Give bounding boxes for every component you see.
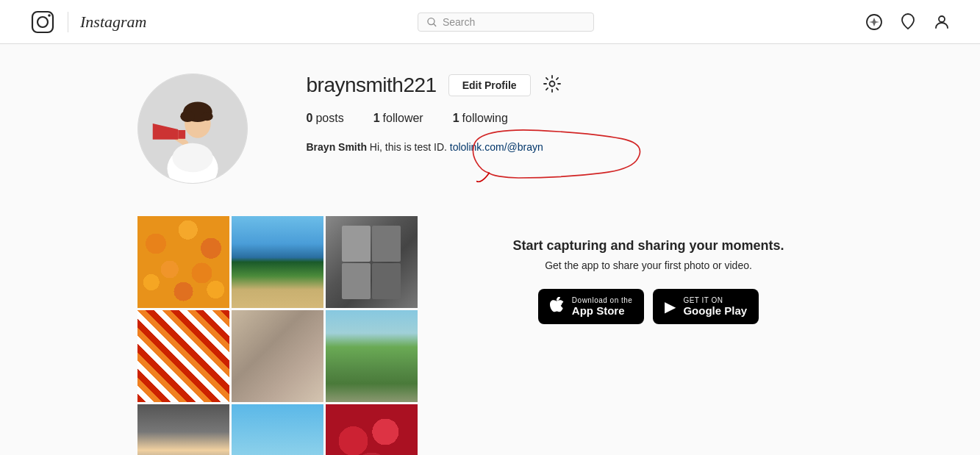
profile-username: braynsmith221 [307,74,437,97]
apple-icon [550,297,565,316]
svg-point-7 [939,16,945,22]
following-count: 1 [453,112,459,125]
explore-icon[interactable] [865,13,883,31]
posts-count: 0 [307,112,313,125]
grid-cell-cactus[interactable] [326,310,418,402]
grid-cell-blue-sky[interactable] [232,404,323,455]
search-box[interactable] [418,12,594,32]
profile-info: braynsmith221 Edit Profile 0 posts 1 fol… [307,74,843,155]
avatar-wrap [137,74,248,184]
profile-username-row: braynsmith221 Edit Profile [307,74,843,97]
main-content: braynsmith221 Edit Profile 0 posts 1 fol… [123,44,858,455]
annotation-wrap: tololink.com/@brayn [450,140,543,155]
followers-label: follower [383,112,423,125]
instagram-camera-icon [29,9,56,35]
followers-stat[interactable]: 1 follower [373,112,423,125]
grid-cell-oranges[interactable] [137,216,229,308]
header-left: Instagram [29,9,146,35]
activity-icon[interactable] [899,13,917,31]
app-store-button[interactable]: Download on the App Store [538,289,645,324]
promo-subtitle: Get the app to share your first photo or… [454,259,843,271]
bio-text: Hi, this is test ID. [370,141,447,153]
search-icon [427,17,437,27]
edit-profile-button[interactable]: Edit Profile [448,74,531,96]
promo-title: Start capturing and sharing your moments… [454,238,843,254]
profile-section: braynsmith221 Edit Profile 0 posts 1 fol… [137,74,843,184]
bio-name: Brayn Smith [307,141,367,153]
header: Instagram [0,0,980,44]
grid-section: Start capturing and sharing your moments… [137,216,843,455]
profile-bio: Brayn Smith Hi, this is test ID. tololin… [307,140,843,155]
svg-point-12 [180,110,195,122]
avatar [137,74,248,184]
google-play-big-text: Google Play [683,304,747,317]
svg-marker-6 [869,18,879,26]
svg-point-1 [37,17,48,27]
instagram-wordmark: Instagram [80,12,146,32]
header-divider [68,12,68,32]
grid-cell-baby[interactable] [137,404,229,455]
grid-cell-dog[interactable] [232,310,323,402]
photo-grid [137,216,418,455]
profile-stats: 0 posts 1 follower 1 following [307,112,843,125]
profile-nav-icon[interactable] [933,13,951,31]
followers-count: 1 [373,112,380,125]
app-store-text: Download on the App Store [572,296,633,317]
google-play-text: GET IT ON Google Play [683,296,747,317]
grid-cell-blanket[interactable] [137,310,229,402]
settings-icon[interactable] [543,74,562,96]
search-input[interactable] [443,16,584,28]
svg-line-4 [434,24,436,26]
google-play-small-text: GET IT ON [683,296,747,304]
following-label: following [462,112,508,125]
svg-point-13 [201,112,212,121]
app-buttons: Download on the App Store ▶ GET IT ON Go… [454,289,843,324]
svg-point-2 [48,14,51,17]
bio-link[interactable]: tololink.com/@brayn [450,141,543,153]
svg-point-17 [172,143,212,172]
annotation-circle [457,126,648,185]
header-icons [865,13,951,31]
google-play-button[interactable]: ▶ GET IT ON Google Play [653,289,759,324]
posts-label: posts [315,112,343,125]
app-store-small-text: Download on the [572,296,633,304]
app-promo: Start capturing and sharing your moments… [454,216,843,346]
following-stat[interactable]: 1 following [453,112,508,125]
google-play-icon: ▶ [665,299,676,314]
posts-stat: 0 posts [307,112,344,125]
app-store-big-text: App Store [572,304,633,317]
grid-cell-coast[interactable] [232,216,323,308]
svg-point-18 [549,82,554,87]
grid-cell-photobooth[interactable] [326,216,418,308]
grid-cell-flowers[interactable] [326,404,418,455]
svg-rect-16 [178,130,185,139]
